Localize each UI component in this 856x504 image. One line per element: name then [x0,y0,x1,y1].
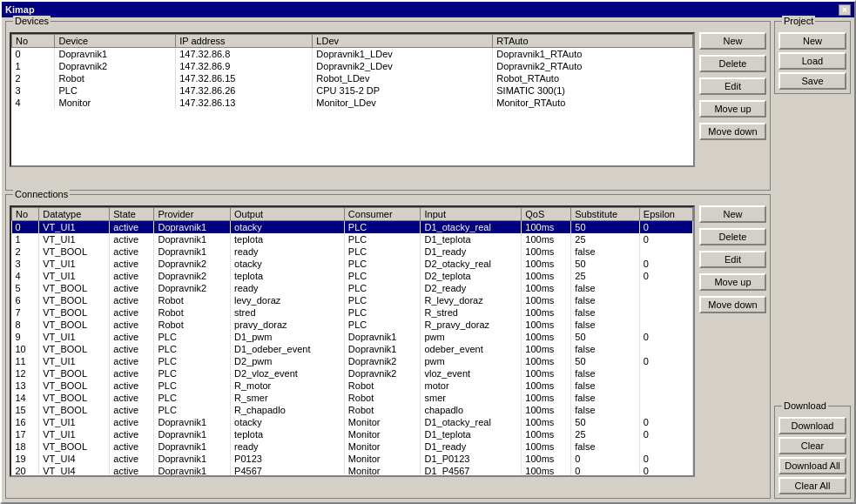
conn-col-state: State [110,208,154,221]
window-title: Kimap [5,4,35,15]
right-panel: Project New Load Save Download Download … [774,21,851,499]
devices-delete-button[interactable]: Delete [699,55,766,72]
devices-table-container[interactable]: No Device IP address LDev RTAuto 0Doprav… [10,32,695,167]
conn-cell-qos: 100ms [522,233,571,245]
conn-cell-epsilon: 0 [639,258,692,270]
conn-cell-epsilon [639,319,692,331]
close-button[interactable]: × [839,4,851,16]
connections-row[interactable]: 0VT_UI1activeDopravnik1otackyPLCD1_otack… [12,221,693,234]
devices-cell-ip: 147.32.86.26 [176,84,313,97]
devices-edit-button[interactable]: Edit [699,77,766,95]
connections-edit-button[interactable]: Edit [699,251,766,268]
conn-cell-state: active [110,428,154,440]
connections-new-button[interactable]: New [699,205,766,223]
conn-cell-input: D2_otacky_real [421,258,522,270]
project-new-button[interactable]: New [778,32,846,50]
connections-row[interactable]: 20VT_UI4activeDopravnik1P4567MonitorD1_P… [12,465,693,477]
devices-cell-ldev: CPU 315-2 DP [313,84,493,97]
conn-cell-provider: Dopravnik2 [154,258,231,270]
clear-all-button[interactable]: Clear All [778,477,846,494]
connections-row[interactable]: 3VT_UI1activeDopravnik2otackyPLCD2_otack… [12,258,693,270]
connections-row[interactable]: 17VT_UI1activeDopravnik1teplotaMonitorD1… [12,428,693,440]
connections-row[interactable]: 12VT_BOOLactivePLCD2_vloz_eventDopravnik… [12,367,693,380]
connections-row[interactable]: 8VT_BOOLactiveRobotpravy_dorazPLCR_pravy… [12,319,693,331]
connections-row[interactable]: 11VT_UI1activePLCD2_pwmDopravnik2pwm100m… [12,355,693,367]
connections-row[interactable]: 10VT_BOOLactivePLCD1_odeber_eventDopravn… [12,343,693,355]
conn-cell-consumer: Monitor [344,428,421,440]
conn-cell-state: active [110,282,154,294]
conn-cell-provider: Dopravnik1 [154,416,231,428]
conn-cell-consumer: PLC [344,270,421,282]
devices-cell-rtauto: Robot_RTAuto [493,72,693,84]
connections-row[interactable]: 5VT_BOOLactiveDopravnik2readyPLCD2_ready… [12,282,693,294]
devices-new-button[interactable]: New [699,32,766,50]
conn-cell-input: D1_P4567 [421,465,522,477]
conn-cell-no: 11 [12,355,39,367]
conn-cell-substitute: false [571,380,640,392]
conn-cell-datatype: VT_UI1 [39,428,110,440]
connections-table-container[interactable]: No Datatype State Provider Output Consum… [10,205,695,477]
conn-cell-consumer: Monitor [344,453,421,465]
connections-row[interactable]: 19VT_UI4activeDopravnik1P0123MonitorD1_P… [12,453,693,465]
conn-cell-qos: 100ms [522,355,571,367]
conn-cell-input: R_stred [421,306,522,319]
conn-cell-substitute: false [571,245,640,258]
conn-cell-no: 16 [12,416,39,428]
connections-row[interactable]: 1VT_UI1activeDopravnik1teplotaPLCD1_tepl… [12,233,693,245]
connections-row[interactable]: 14VT_BOOLactivePLCR_smerRobotsmer100msfa… [12,392,693,404]
devices-row[interactable]: 0Dopravnik1147.32.86.8Dopravnik1_LDevDop… [12,48,693,61]
conn-cell-output: pravy_doraz [231,319,345,331]
devices-row[interactable]: 2Robot147.32.86.15Robot_LDevRobot_RTAuto [12,72,693,84]
devices-cell-device: Dopravnik1 [55,48,176,61]
conn-cell-datatype: VT_UI1 [39,331,110,343]
devices-row[interactable]: 1Dopravnik2147.32.86.9Dopravnik2_LDevDop… [12,60,693,72]
connections-row[interactable]: 18VT_BOOLactiveDopravnik1readyMonitorD1_… [12,440,693,453]
conn-cell-qos: 100ms [522,453,571,465]
conn-cell-input: odeber_event [421,343,522,355]
conn-cell-epsilon: 0 [639,465,692,477]
conn-cell-qos: 100ms [522,465,571,477]
connections-row[interactable]: 13VT_BOOLactivePLCR_motorRobotmotor100ms… [12,380,693,392]
conn-col-input: Input [421,208,522,221]
conn-cell-state: active [110,306,154,319]
connections-moveup-button[interactable]: Move up [699,273,766,291]
devices-cell-no: 3 [12,84,55,97]
connections-row[interactable]: 15VT_BOOLactivePLCR_chapadloRobotchapadl… [12,404,693,416]
conn-cell-consumer: Monitor [344,465,421,477]
conn-cell-provider: Robot [154,306,231,319]
connections-movedown-button[interactable]: Move down [699,296,766,313]
conn-cell-state: active [110,331,154,343]
connections-row[interactable]: 2VT_BOOLactiveDopravnik1readyPLCD1_ready… [12,245,693,258]
conn-cell-no: 5 [12,282,39,294]
conn-cell-output: ready [231,440,345,453]
connections-row[interactable]: 6VT_BOOLactiveRobotlevy_dorazPLCR_levy_d… [12,294,693,306]
devices-moveup-button[interactable]: Move up [699,100,766,118]
conn-cell-input: D2_ready [421,282,522,294]
devices-col-ldev: LDev [313,35,493,48]
clear-button[interactable]: Clear [778,437,846,454]
project-save-button[interactable]: Save [778,72,846,90]
devices-header-row: No Device IP address LDev RTAuto [12,35,693,48]
conn-cell-datatype: VT_BOOL [39,343,110,355]
conn-cell-qos: 100ms [522,380,571,392]
devices-cell-ip: 147.32.86.15 [176,72,313,84]
connections-group-label: Connections [13,189,70,199]
conn-cell-consumer: PLC [344,306,421,319]
devices-row[interactable]: 4Monitor147.32.86.13Monitor_LDevMonitor_… [12,97,693,109]
connections-row[interactable]: 4VT_UI1activeDopravnik2teplotaPLCD2_tepl… [12,270,693,282]
devices-row[interactable]: 3PLC147.32.86.26CPU 315-2 DPSIMATIC 300(… [12,84,693,97]
devices-col-no: No [12,35,55,48]
download-all-button[interactable]: Download All [778,457,846,474]
download-button[interactable]: Download [778,417,846,434]
connections-row[interactable]: 16VT_UI1activeDopravnik1otackyMonitorD1_… [12,416,693,428]
conn-col-datatype: Datatype [39,208,110,221]
project-load-button[interactable]: Load [778,52,846,70]
conn-cell-substitute: false [571,319,640,331]
conn-cell-input: D2_teplota [421,270,522,282]
connections-row[interactable]: 9VT_UI1activePLCD1_pwmDopravnik1pwm100ms… [12,331,693,343]
conn-cell-provider: Dopravnik1 [154,428,231,440]
devices-movedown-button[interactable]: Move down [699,123,766,140]
connections-row[interactable]: 7VT_BOOLactiveRobotstredPLCR_stred100msf… [12,306,693,319]
conn-cell-consumer: PLC [344,294,421,306]
connections-delete-button[interactable]: Delete [699,228,766,245]
